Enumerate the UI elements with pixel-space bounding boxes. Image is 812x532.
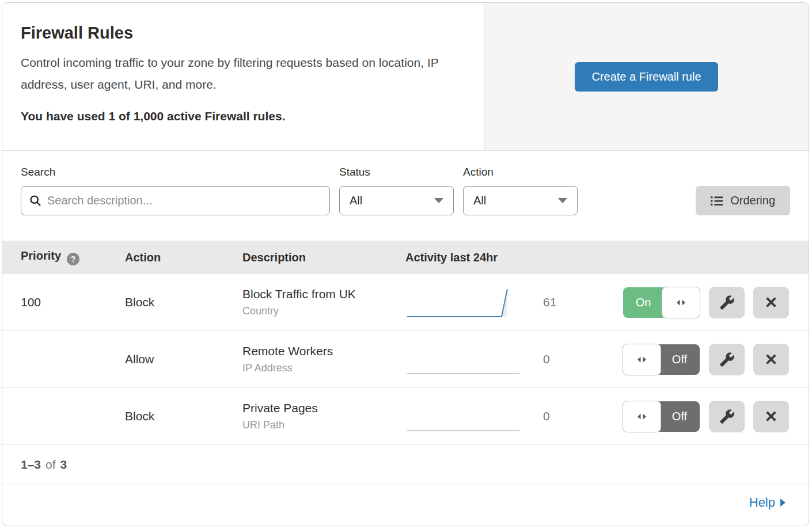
rule-description: Block Traffic from UK (242, 287, 405, 301)
rule-match-type: IP Address (242, 362, 405, 374)
edit-rule-button[interactable] (709, 401, 745, 432)
rule-controls: Off (591, 401, 809, 432)
usage-note: You have used 1 of 1,000 active Firewall… (21, 109, 465, 123)
page-title: Firewall Rules (21, 24, 465, 43)
table-row: 100 Block Block Traffic from UK Country … (2, 274, 809, 331)
rule-match-type: Country (242, 305, 405, 317)
pagination-bar: 1–3 of 3 (2, 445, 809, 484)
left-right-arrows-icon (676, 299, 686, 306)
rule-controls: Off (591, 344, 809, 375)
chevron-down-icon (434, 198, 443, 203)
rule-description: Private Pages (242, 401, 405, 415)
help-link[interactable]: Help (749, 495, 786, 510)
page-description: Control incoming traffic to your zone by… (21, 52, 465, 96)
help-bar: Help (2, 484, 809, 520)
activity-sparkline (405, 400, 523, 433)
help-circle-icon[interactable]: ? (67, 253, 79, 265)
wrench-icon (719, 352, 735, 367)
status-select[interactable]: All (339, 186, 454, 215)
priority-header-label: Priority (21, 249, 61, 262)
rule-action: Allow (125, 352, 242, 366)
column-header-description: Description (242, 251, 405, 264)
toggle-state-label: Off (659, 344, 700, 375)
activity-cell: 0 (405, 400, 591, 433)
activity-count: 61 (543, 295, 556, 309)
search-box[interactable] (21, 186, 330, 215)
cta-panel: Create a Firewall rule (484, 3, 809, 150)
column-header-action: Action (125, 251, 242, 264)
toggle-knob[interactable] (623, 401, 661, 432)
header-section: Firewall Rules Control incoming traffic … (2, 3, 809, 151)
rule-action: Block (125, 409, 242, 423)
delete-rule-button[interactable] (753, 344, 789, 375)
activity-count: 0 (543, 352, 550, 366)
status-label: Status (339, 166, 454, 178)
x-icon (765, 410, 777, 423)
search-icon (29, 195, 41, 207)
help-link-label: Help (749, 495, 775, 510)
action-select[interactable]: All (463, 186, 578, 215)
toggle-knob[interactable] (662, 287, 700, 318)
edit-rule-button[interactable] (709, 344, 745, 375)
chevron-right-icon (780, 499, 786, 507)
list-icon (711, 196, 723, 206)
rule-description-cell: Private Pages URI Path (242, 401, 405, 431)
rule-match-type: URI Path (242, 419, 405, 431)
table-row: Allow Remote Workers IP Address 0 Off (2, 331, 809, 388)
pagination-of-text: of (45, 458, 56, 472)
activity-cell: 61 (405, 286, 591, 319)
delete-rule-button[interactable] (753, 287, 789, 318)
activity-count: 0 (543, 409, 550, 423)
action-filter-group: Action All (463, 166, 578, 215)
column-header-activity: Activity last 24hr (405, 251, 809, 264)
action-selected-value: All (473, 194, 486, 207)
create-firewall-rule-button[interactable]: Create a Firewall rule (575, 62, 718, 92)
toggle-state-label: Off (659, 401, 700, 432)
toggle-knob[interactable] (623, 344, 661, 375)
delete-rule-button[interactable] (753, 401, 789, 432)
wrench-icon (719, 409, 735, 424)
x-icon (765, 353, 777, 366)
wrench-icon (719, 295, 735, 310)
toggle-state-label: On (623, 287, 663, 318)
search-label: Search (21, 166, 330, 178)
rule-action: Block (125, 295, 242, 309)
firewall-rules-card: Firewall Rules Control incoming traffic … (2, 2, 809, 526)
activity-sparkline (405, 343, 523, 376)
table-row: Block Private Pages URI Path 0 Off (2, 388, 809, 445)
search-input[interactable] (47, 194, 321, 207)
rule-controls: On (591, 287, 809, 318)
left-right-arrows-icon (636, 356, 647, 363)
status-filter-group: Status All (339, 166, 454, 215)
search-group: Search (21, 166, 330, 215)
action-label: Action (463, 166, 578, 178)
rule-enabled-toggle[interactable]: Off (623, 401, 700, 432)
status-selected-value: All (350, 194, 362, 207)
rule-priority: 100 (21, 295, 125, 309)
filter-bar: Search Status All Action All (2, 151, 809, 241)
activity-sparkline (405, 286, 523, 319)
ordering-button[interactable]: Ordering (696, 186, 790, 215)
pagination-range: 1–3 (21, 458, 41, 472)
column-header-priority: Priority? (21, 249, 125, 265)
rule-enabled-toggle[interactable]: Off (623, 344, 700, 375)
ordering-button-label: Ordering (730, 194, 775, 207)
activity-cell: 0 (405, 343, 591, 376)
rule-description-cell: Block Traffic from UK Country (242, 287, 405, 317)
intro-panel: Firewall Rules Control incoming traffic … (2, 3, 484, 150)
table-header-row: Priority? Action Description Activity la… (2, 241, 809, 274)
rule-enabled-toggle[interactable]: On (623, 287, 700, 318)
chevron-down-icon (558, 198, 567, 203)
pagination-total: 3 (60, 458, 67, 472)
left-right-arrows-icon (636, 413, 647, 420)
x-icon (765, 296, 777, 309)
rule-description: Remote Workers (242, 344, 405, 358)
rule-description-cell: Remote Workers IP Address (242, 344, 405, 374)
edit-rule-button[interactable] (709, 287, 745, 318)
